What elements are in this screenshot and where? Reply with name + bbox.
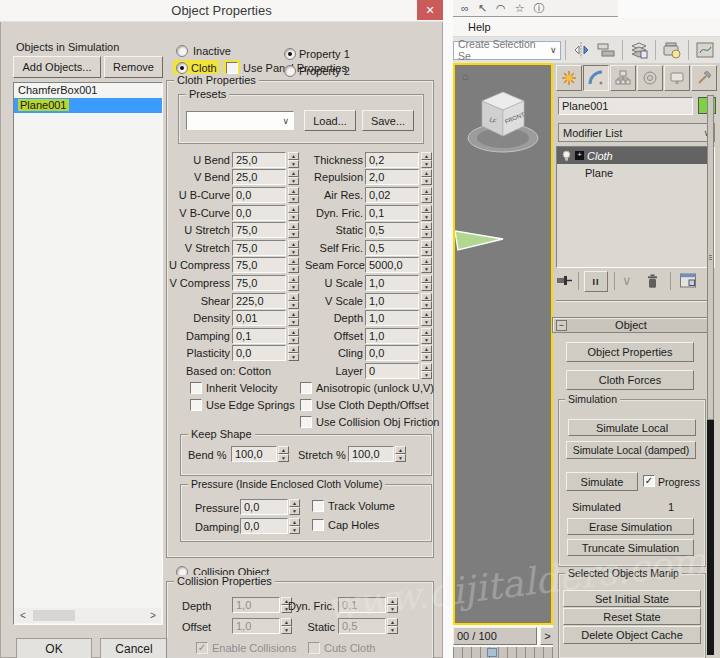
- param-field[interactable]: 0,0: [232, 345, 286, 361]
- spinner-icon[interactable]: ▲▼: [421, 293, 432, 309]
- use-panel-properties-checkbox[interactable]: [226, 62, 238, 74]
- cloth-forces-button[interactable]: Cloth Forces: [566, 370, 694, 390]
- tab-motion[interactable]: [637, 65, 663, 91]
- spinner-icon[interactable]: ▲▼: [288, 293, 299, 309]
- stretch-percent-field[interactable]: 100,0: [348, 446, 394, 462]
- simulation-objects-list[interactable]: ChamferBox001 Plane001 < >: [13, 82, 163, 625]
- cloth-radio[interactable]: [176, 62, 188, 74]
- spinner-icon[interactable]: ▲▼: [288, 345, 299, 361]
- param-field[interactable]: 0,0: [232, 205, 286, 221]
- save-button[interactable]: Save...: [362, 110, 414, 131]
- tab-hierarchy[interactable]: [610, 65, 636, 91]
- param-field[interactable]: 2,0: [365, 169, 419, 185]
- param-field[interactable]: 0,02: [365, 187, 419, 203]
- mirror-icon[interactable]: [570, 39, 594, 61]
- spinner-icon[interactable]: ▲▼: [288, 257, 299, 273]
- spinner-icon[interactable]: ▲▼: [421, 275, 432, 291]
- spinner-icon[interactable]: ▲▼: [421, 222, 432, 238]
- ok-button[interactable]: OK: [16, 638, 92, 658]
- erase-simulation-button[interactable]: Erase Simulation: [567, 518, 694, 535]
- render-setup-icon[interactable]: [660, 39, 684, 61]
- add-objects-button[interactable]: Add Objects...: [13, 56, 101, 78]
- time-slider-thumb[interactable]: [487, 648, 497, 657]
- pin-stack-icon[interactable]: [556, 272, 573, 288]
- property2-radio[interactable]: [284, 65, 296, 77]
- scroll-right-icon[interactable]: >: [145, 610, 161, 621]
- use-cloth-depth-offset-checkbox[interactable]: [300, 399, 312, 411]
- cap-holes-checkbox[interactable]: [312, 519, 324, 531]
- param-field[interactable]: 25,0: [232, 152, 286, 168]
- param-field[interactable]: 1,0: [365, 310, 419, 326]
- spinner-icon[interactable]: ▲▼: [395, 446, 406, 462]
- inactive-radio[interactable]: [176, 45, 188, 57]
- spinner-icon[interactable]: ▲▼: [278, 446, 289, 462]
- panel-scrollbar-thumb[interactable]: [707, 95, 714, 420]
- tab-create[interactable]: [556, 65, 582, 91]
- property1-radio[interactable]: [284, 48, 296, 60]
- spinner-icon[interactable]: ▲▼: [288, 205, 299, 221]
- pressure-damping-field[interactable]: 0,0: [240, 518, 288, 534]
- home-icon[interactable]: ⌂: [462, 70, 469, 82]
- expand-icon[interactable]: +: [575, 151, 584, 160]
- cancel-button[interactable]: Cancel: [100, 638, 168, 658]
- param-field[interactable]: 0,5: [365, 240, 419, 256]
- remove-button[interactable]: Remove: [104, 56, 163, 78]
- layer-manager-icon[interactable]: [627, 39, 651, 61]
- stack-item-plane[interactable]: Plane: [557, 164, 714, 181]
- track-bar[interactable]: [453, 647, 553, 658]
- presets-dropdown[interactable]: ∨: [186, 111, 294, 130]
- spinner-icon[interactable]: ▲▼: [421, 169, 432, 185]
- simulate-local-button[interactable]: Simulate Local: [568, 419, 696, 436]
- spinner-icon[interactable]: ▲▼: [421, 345, 432, 361]
- param-field[interactable]: 0,5: [365, 222, 419, 238]
- align-icon[interactable]: [594, 39, 618, 61]
- star-icon[interactable]: ☆: [515, 2, 525, 15]
- list-hscrollbar[interactable]: < >: [15, 608, 161, 623]
- tab-display[interactable]: [664, 65, 690, 91]
- param-field[interactable]: 0: [365, 363, 419, 379]
- param-field[interactable]: 75,0: [232, 275, 286, 291]
- spinner-icon[interactable]: ▲▼: [288, 187, 299, 203]
- spinner-icon[interactable]: ▲▼: [288, 222, 299, 238]
- scroll-thumb[interactable]: [33, 610, 75, 621]
- object-properties-button[interactable]: Object Properties: [566, 342, 694, 362]
- simulate-local-damped-button[interactable]: Simulate Local (damped): [566, 441, 696, 459]
- track-volume-checkbox[interactable]: [312, 500, 324, 512]
- spinner-icon[interactable]: ▲▼: [289, 518, 300, 534]
- inherit-velocity-checkbox[interactable]: [190, 382, 202, 394]
- param-field[interactable]: 0,0: [365, 345, 419, 361]
- delete-object-cache-button[interactable]: Delete Object Cache: [563, 626, 701, 644]
- viewport[interactable]: ⌂ LF FRONT: [453, 63, 553, 625]
- close-icon[interactable]: ✕: [417, 0, 443, 20]
- tab-utilities[interactable]: [691, 65, 717, 91]
- spinner-icon[interactable]: ▲▼: [421, 205, 432, 221]
- scroll-left-icon[interactable]: <: [15, 610, 31, 621]
- simulate-button[interactable]: Simulate: [566, 472, 638, 491]
- spinner-icon[interactable]: ▲▼: [421, 257, 432, 273]
- param-field[interactable]: 1,0: [365, 328, 419, 344]
- param-field[interactable]: 0,1: [232, 328, 286, 344]
- remove-modifier-icon[interactable]: [646, 274, 659, 289]
- param-field[interactable]: 75,0: [232, 240, 286, 256]
- progress-checkbox[interactable]: ✓: [643, 475, 655, 487]
- modifier-list-dropdown[interactable]: Modifier List ∨: [558, 123, 715, 142]
- use-edge-springs-checkbox[interactable]: [190, 399, 202, 411]
- param-field[interactable]: 1,0: [365, 293, 419, 309]
- spinner-icon[interactable]: ▲▼: [421, 152, 432, 168]
- bend-percent-field[interactable]: 100,0: [231, 446, 277, 462]
- curve-editor-icon[interactable]: [693, 39, 717, 61]
- use-collision-obj-friction-checkbox[interactable]: [300, 416, 312, 428]
- spinner-icon[interactable]: ▲▼: [421, 240, 432, 256]
- configure-modifier-sets-icon[interactable]: [680, 273, 696, 288]
- spinner-icon[interactable]: ▲▼: [288, 169, 299, 185]
- param-field[interactable]: 0,1: [365, 205, 419, 221]
- show-end-result-icon[interactable]: II: [584, 271, 608, 292]
- spinner-icon[interactable]: ▲▼: [289, 499, 300, 515]
- spinner-icon[interactable]: ▲▼: [288, 275, 299, 291]
- spinner-icon[interactable]: ▲▼: [288, 240, 299, 256]
- spinner-icon[interactable]: ▲▼: [288, 310, 299, 326]
- selection-set-combo[interactable]: Create Selection Se ∨: [453, 41, 561, 60]
- list-item-selected[interactable]: Plane001: [14, 98, 162, 113]
- pressure-field[interactable]: 0,0: [240, 499, 288, 515]
- tab-modify[interactable]: [583, 65, 609, 91]
